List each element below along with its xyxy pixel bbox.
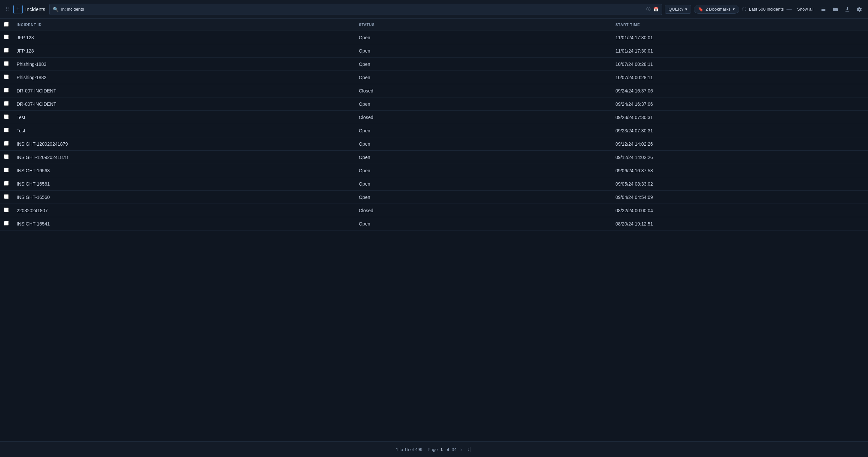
tab-title: Incidents — [25, 6, 45, 12]
row-checkbox[interactable] — [4, 61, 9, 66]
status-cell: Open — [355, 71, 611, 84]
status-cell: Open — [355, 44, 611, 58]
chevron-down-icon: ▾ — [733, 7, 735, 12]
row-checkbox[interactable] — [4, 35, 9, 39]
row-checkbox[interactable] — [4, 114, 9, 119]
status-cell: Open — [355, 124, 611, 138]
status-cell: Open — [355, 177, 611, 190]
incident-id-cell: INSIGHT-16541 — [13, 217, 355, 231]
start-time-cell: 09/23/24 07:30:31 — [611, 124, 868, 138]
toolbar-actions: QUERY ▾ 🔖 2 Bookmarks ▾ ⓘ Last 500 incid… — [665, 5, 864, 13]
table-row: INSIGHT-16560Open09/04/24 04:54:09 — [0, 190, 868, 204]
select-all-checkbox[interactable] — [4, 22, 9, 27]
incidents-table: INCIDENT ID STATUS START TIME JFP 128Ope… — [0, 19, 868, 231]
search-icon: 🔍 — [53, 7, 59, 12]
row-checkbox[interactable] — [4, 181, 9, 186]
select-all-header[interactable] — [0, 19, 13, 31]
incident-id-header[interactable]: INCIDENT ID — [13, 19, 355, 31]
status-cell: Closed — [355, 84, 611, 97]
incident-id-cell: INSIGHT-120920241878 — [13, 151, 355, 164]
incident-id-cell: Test — [13, 124, 355, 138]
incident-id-cell: INSIGHT-16560 — [13, 190, 355, 204]
start-time-cell: 11/01/24 17:30:01 — [611, 44, 868, 58]
row-checkbox[interactable] — [4, 208, 9, 212]
svg-rect-2 — [822, 10, 826, 11]
incident-id-cell: JFP 128 — [13, 31, 355, 44]
row-checkbox[interactable] — [4, 154, 9, 159]
status-cell: Open — [355, 58, 611, 71]
last-incidents-label: Last 500 incidents — [749, 7, 784, 12]
list-view-button[interactable] — [819, 5, 828, 13]
start-time-cell: 10/07/24 00:28:11 — [611, 58, 868, 71]
incident-id-cell: Phishing-1883 — [13, 58, 355, 71]
toolbar: ⠿ + Incidents 🔍 ⓘ 📅 QUERY ▾ 🔖 2 Bookmark… — [0, 0, 868, 19]
pagination-range: 1 to 15 of 499 — [396, 447, 422, 452]
table-row: JFP 128Open11/01/24 17:30:01 — [0, 44, 868, 58]
incident-id-cell: Test — [13, 111, 355, 124]
info-icon-2: ⓘ — [742, 6, 746, 12]
status-cell: Open — [355, 190, 611, 204]
query-button[interactable]: QUERY ▾ — [665, 5, 691, 13]
start-time-cell: 09/24/24 16:37:06 — [611, 97, 868, 111]
status-cell: Open — [355, 97, 611, 111]
row-checkbox[interactable] — [4, 88, 9, 92]
start-time-cell: 09/12/24 14:02:26 — [611, 151, 868, 164]
add-button[interactable]: + — [13, 5, 23, 14]
footer: 1 to 15 of 499 Page 1 of 34 › ›| — [0, 441, 868, 457]
table-row: 220820241807Closed08/22/24 00:00:04 — [0, 204, 868, 217]
query-label: QUERY — [669, 7, 684, 12]
incident-id-cell: JFP 128 — [13, 44, 355, 58]
table-row: INSIGHT-16561Open09/05/24 08:33:02 — [0, 177, 868, 190]
show-all-button[interactable]: Show all — [795, 5, 816, 13]
table-row: DR-007-INCIDENTOpen09/24/24 16:37:06 — [0, 97, 868, 111]
row-checkbox[interactable] — [4, 128, 9, 132]
start-time-header[interactable]: START TIME — [611, 19, 868, 31]
settings-button[interactable] — [855, 5, 864, 13]
row-checkbox[interactable] — [4, 221, 9, 225]
table-row: INSIGHT-16563Open09/06/24 16:37:58 — [0, 164, 868, 177]
page-label: Page — [428, 447, 438, 452]
chevron-down-icon: ▾ — [685, 7, 687, 12]
incident-id-cell: DR-007-INCIDENT — [13, 84, 355, 97]
table-row: INSIGHT-16541Open08/20/24 19:12:51 — [0, 217, 868, 231]
drag-handle-icon[interactable]: ⠿ — [4, 5, 11, 13]
table-row: Phishing-1883Open10/07/24 00:28:11 — [0, 58, 868, 71]
total-pages: 34 — [452, 447, 456, 452]
row-checkbox[interactable] — [4, 194, 9, 199]
table-row: Phishing-1882Open10/07/24 00:28:11 — [0, 71, 868, 84]
status-cell: Open — [355, 138, 611, 151]
bookmarks-label: 2 Bookmarks — [705, 7, 731, 12]
status-cell: Open — [355, 217, 611, 231]
download-button[interactable] — [843, 5, 852, 13]
search-input[interactable] — [61, 7, 644, 12]
status-header[interactable]: STATUS — [355, 19, 611, 31]
incident-id-cell: INSIGHT-16563 — [13, 164, 355, 177]
next-page-button[interactable]: › — [459, 446, 464, 453]
of-label: of — [446, 447, 449, 452]
table-row: JFP 128Open11/01/24 17:30:01 — [0, 31, 868, 44]
last-page-button[interactable]: ›| — [466, 446, 472, 453]
row-checkbox[interactable] — [4, 101, 9, 106]
table-header-row: INCIDENT ID STATUS START TIME — [0, 19, 868, 31]
incident-id-cell: Phishing-1882 — [13, 71, 355, 84]
start-time-cell: 09/24/24 16:37:06 — [611, 84, 868, 97]
row-checkbox[interactable] — [4, 74, 9, 79]
start-time-cell: 09/23/24 07:30:31 — [611, 111, 868, 124]
table-row: DR-007-INCIDENTClosed09/24/24 16:37:06 — [0, 84, 868, 97]
row-checkbox[interactable] — [4, 48, 9, 53]
info-icon: ⓘ — [646, 6, 651, 12]
incident-id-cell: INSIGHT-16561 — [13, 177, 355, 190]
row-checkbox[interactable] — [4, 141, 9, 146]
start-time-cell: 09/06/24 16:37:58 — [611, 164, 868, 177]
row-checkbox[interactable] — [4, 167, 9, 172]
folder-view-button[interactable] — [831, 5, 840, 13]
calendar-icon[interactable]: 📅 — [653, 7, 658, 12]
start-time-cell: 08/20/24 19:12:51 — [611, 217, 868, 231]
bookmarks-button[interactable]: 🔖 2 Bookmarks ▾ — [694, 5, 739, 13]
start-time-cell: 09/05/24 08:33:02 — [611, 177, 868, 190]
table-row: TestClosed09/23/24 07:30:31 — [0, 111, 868, 124]
pagination-controls: Page 1 of 34 › ›| — [428, 446, 472, 453]
table-row: INSIGHT-120920241878Open09/12/24 14:02:2… — [0, 151, 868, 164]
svg-rect-0 — [822, 8, 826, 8]
incident-id-cell: DR-007-INCIDENT — [13, 97, 355, 111]
